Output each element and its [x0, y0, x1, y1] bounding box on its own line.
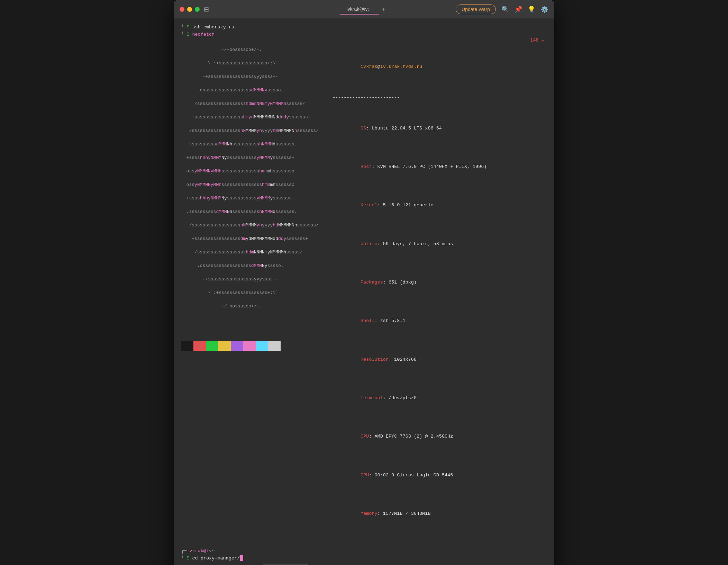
swatch-black [181, 341, 193, 351]
art-line-6: +sssssssssssssssssshmydMMMMMMMNddddyssss… [181, 114, 319, 121]
add-tab-button[interactable]: + [379, 6, 389, 13]
terminal-body: 148 ↵ └─$ ssh embersky.ru └─$ neofetch .… [174, 18, 554, 565]
cd-command-line: └─$ cd proxy-manager/ [181, 555, 547, 562]
neofetch-line: └─$ neofetch [181, 31, 547, 38]
os-val: Ubuntu 22.04.5 LTS x86_64 [372, 126, 442, 131]
terminal-val: /dev/pts/0 [389, 395, 417, 401]
info-shell: Shell: zsh 5.8.1 [333, 310, 547, 333]
info-uptime: Uptime: 59 days, 7 hours, 58 mins [333, 232, 547, 255]
cd-tilde: ~ [212, 548, 215, 555]
kernel-val: 5.15.0-121-generic [383, 203, 434, 208]
terminal-sep: : [383, 395, 389, 401]
pin-icon[interactable]: 📌 [515, 6, 522, 13]
art-line-3: -+sssssssssssssssssyyyssss+- [181, 73, 319, 80]
art-line-1: .-/+oossssoo+/-. [181, 46, 319, 53]
color-swatches [181, 341, 319, 351]
info-terminal: Terminal: /dev/pts/0 [333, 387, 547, 410]
line-count-value: 148 [530, 37, 538, 43]
shell-key: Shell [361, 318, 375, 323]
info-memory: Memory: 1577MiB / 3843MiB [333, 502, 547, 526]
art-line-13: .ssssssssssdMMMNhsssssssssshNMMMdsssssss… [181, 208, 319, 215]
update-warp-button[interactable]: Update Warp [456, 5, 496, 14]
ssh-prompt: $ [186, 25, 192, 30]
info-user-host: ivkrak@iv.krak.fvds.ru [333, 55, 547, 78]
resolution-key: Resolution [361, 357, 389, 362]
os-sep: : [366, 126, 372, 131]
art-line-11: ossyNMMMNyMMhssssssssssssssshmmmhsssssso [181, 181, 319, 188]
neofetch-container: .-/+oossssoo+/-. \`:+ssssssssssssssssss+… [181, 40, 547, 541]
art-line-2: \`:+ssssssssssssssssss+:\` [181, 60, 319, 67]
uptime-val: 59 days, 7 hours, 58 mins [383, 241, 453, 246]
swatch-purple [231, 341, 243, 351]
cpu-key: CPU [361, 434, 369, 439]
neofetch-art: .-/+oossssoo+/-. \`:+ssssssssssssssssss+… [181, 40, 319, 541]
swatch-pink [243, 341, 256, 351]
window-icon: ⊟ [204, 6, 209, 13]
cd-bracket: └─ [181, 556, 186, 561]
search-icon[interactable]: 🔍 [501, 6, 509, 13]
art-line-16: /sssssssssssssssssshdmNNNNmyNMMMMhsssss/ [181, 249, 319, 256]
art-line-10: ossyNMMMNyMMhsssssssssssssshmmmhssssssso [181, 168, 319, 175]
host-key: Host [361, 164, 372, 169]
info-cpu: CPU: AMD EPYC 7763 (2) @ 2.450GHz [333, 425, 547, 448]
info-kernel: Kernel: 5.15.0-121-generic [333, 194, 547, 217]
neofetch-info: ivkrak@iv.krak.fvds.ru -----------------… [333, 40, 547, 541]
art-line-5: /sssssssssssssssssshdmmNNmmyNMMMMhssssss… [181, 100, 319, 107]
autocomplete-item-1: ViZa_bot/ [188, 564, 213, 565]
info-gpu: GPU: 00:02.0 Cirrus Logic GD 5446 [333, 464, 547, 487]
swatch-red [193, 341, 206, 351]
cd-cmd: cd proxy-manager/ [192, 556, 240, 561]
art-line-20: .-/+oossssoo+/-. [181, 303, 319, 310]
maximize-button[interactable] [195, 7, 200, 12]
bulb-icon[interactable]: 💡 [528, 6, 535, 13]
art-line-8: .ssssssssssdMMMNhsssssssssshNMMMdsssssss… [181, 141, 319, 148]
info-host: iv.krak.fvds.ru [380, 64, 422, 69]
cd-dollar: $ [186, 556, 192, 561]
autocomplete-item-2: grafana/ [227, 564, 249, 565]
art-line-17: .ossssssssssssssssssdMMMNysssso. [181, 262, 319, 269]
host-val: KVM RHEL 7.6.0 PC (i440FX + PIIX, 1996) [377, 164, 487, 169]
kernel-key: Kernel [361, 203, 377, 208]
tab-bar: ivkrak@iv:~ + [340, 4, 389, 15]
memory-val: 1577MiB / 3843MiB [383, 511, 431, 516]
memory-sep: : [377, 511, 383, 516]
art-line-14: /sssssssssssssssssshNMMMMyhyyyyhdNMMMMNh… [181, 222, 319, 229]
art-line-7: /sssssssssssssssssshNMMMMyhyyyyhmNMMMMNh… [181, 127, 319, 134]
packages-key: Packages [361, 280, 383, 285]
close-button[interactable] [180, 7, 184, 12]
art-line-19: \`:+ssssssssssssssssss+:\` [181, 289, 319, 296]
autocomplete-item-3-selected[interactable]: proxy-manager/ [263, 564, 308, 565]
swatch-green [206, 341, 218, 351]
nf-arrow: └─ [181, 32, 186, 37]
cursor [240, 555, 243, 561]
uptime-key: Uptime [361, 241, 377, 246]
info-resolution: Resolution: 1024x768 [333, 348, 547, 371]
info-packages: Packages: 651 (dpkg) [333, 271, 547, 294]
terminal-key: Terminal [361, 395, 383, 401]
memory-key: Memory [361, 511, 377, 516]
titlebar-right: Update Warp 🔍 📌 💡 ⚙️ [456, 5, 548, 14]
info-host: Host: KVM RHEL 7.6.0 PC (i440FX + PIIX, … [333, 155, 547, 179]
info-user: ivkrak [361, 64, 377, 69]
art-line-15: +sssssssssssssssssdmydMMMMMMMNddddysssss… [181, 235, 319, 242]
info-at: @ [377, 64, 380, 69]
gpu-val: 00:02.0 Cirrus Logic GD 5446 [374, 473, 453, 478]
ssh-line: └─$ ssh embersky.ru [181, 24, 547, 31]
tab-label: ivkrak@iv:~ [347, 6, 372, 12]
shell-val: zsh 5.8.1 [380, 318, 406, 323]
packages-sep: : [383, 280, 389, 285]
art-line-18: -+sssssssssssssssssyyyssss+- [181, 276, 319, 283]
shell-sep: : [374, 318, 380, 323]
minimize-button[interactable] [187, 7, 192, 12]
info-os: OS: Ubuntu 22.04.5 LTS x86_64 [333, 117, 547, 140]
cpu-val: AMD EPYC 7763 (2) @ 2.450GHz [374, 434, 453, 439]
gpu-key: GPU [361, 473, 369, 478]
kernel-sep: : [377, 203, 383, 208]
gpu-sep: : [369, 473, 374, 478]
active-tab[interactable]: ivkrak@iv:~ [340, 4, 379, 15]
os-key: OS [361, 126, 366, 131]
line-count: 148 ↵ [530, 36, 544, 44]
settings-icon[interactable]: ⚙️ [541, 6, 548, 13]
cd-section: ┌─ivkrak@iv ~ └─$ cd proxy-manager/ ViZa… [181, 548, 547, 565]
titlebar: ⊟ ivkrak@iv:~ + Update Warp 🔍 📌 💡 ⚙️ [174, 0, 554, 18]
